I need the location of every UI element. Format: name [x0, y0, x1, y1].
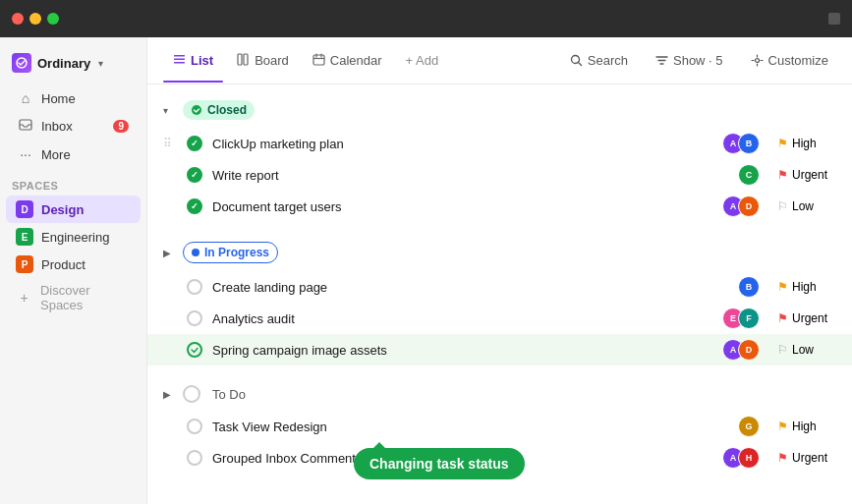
avatar: C [738, 164, 760, 186]
task-row[interactable]: Document target users A D ⚐ Low [147, 191, 852, 222]
task-avatars: G [738, 416, 760, 437]
window-icon [828, 13, 840, 25]
task-checkbox[interactable] [187, 279, 202, 295]
search-label: Search [588, 53, 628, 68]
sidebar-item-product[interactable]: P Product [6, 251, 141, 278]
task-checkbox[interactable] [187, 198, 202, 214]
task-checkbox[interactable] [187, 167, 202, 183]
task-avatars: A D [722, 339, 760, 361]
flag-icon: ⚑ [777, 451, 788, 465]
flag-icon: ⚐ [777, 343, 788, 357]
task-row[interactable]: ⠿ ClickUp marketing plan A B ⚑ High [147, 128, 852, 159]
task-row[interactable]: Write report C ⚑ Urgent [147, 159, 852, 191]
task-name: Spring campaign image assets [212, 343, 712, 358]
tab-list-label: List [191, 53, 213, 68]
sidebar-item-more[interactable]: ··· More [6, 140, 141, 168]
customize-button[interactable]: Customize [743, 49, 836, 72]
in-progress-chevron-icon: ▶ [163, 248, 175, 258]
task-checkbox[interactable] [187, 136, 202, 151]
title-bar [0, 0, 852, 37]
inbox-badge: 9 [113, 120, 129, 133]
svg-rect-5 [238, 54, 242, 65]
group-header-closed[interactable]: ▾ Closed [147, 92, 852, 128]
engineering-space-icon: E [16, 228, 33, 246]
flag-icon: ⚑ [777, 311, 788, 325]
task-name: Create landing page [212, 280, 728, 295]
sidebar-nav: ⌂ Home Inbox 9 ··· More [0, 84, 146, 168]
task-name: ClickUp marketing plan [212, 137, 712, 151]
task-name: Write report [212, 168, 728, 183]
workspace-chevron-icon: ▾ [98, 58, 103, 69]
show-button[interactable]: Show · 5 [648, 49, 731, 72]
minimize-button[interactable] [29, 13, 41, 25]
task-checkbox[interactable] [187, 450, 202, 466]
svg-rect-4 [174, 62, 185, 64]
priority-flag: ⚑ Urgent [777, 311, 836, 325]
search-button[interactable]: Search [562, 49, 636, 72]
todo-status-label: To Do [212, 387, 246, 402]
tab-calendar[interactable]: Calendar [303, 47, 392, 75]
task-checkbox[interactable] [187, 342, 202, 358]
priority-label: Low [792, 343, 814, 357]
fullscreen-button[interactable] [47, 13, 59, 25]
sidebar-item-inbox[interactable]: Inbox 9 [6, 112, 141, 140]
task-checkbox[interactable] [187, 419, 202, 434]
add-tab-button[interactable]: + Add [396, 47, 449, 74]
search-icon [570, 54, 583, 67]
main-layout: Ordinary ▾ ⌂ Home Inbox 9 ··· [0, 37, 852, 504]
task-avatars: A H [722, 447, 760, 469]
toolbar-tabs: List Board [163, 47, 448, 75]
workspace-selector[interactable]: Ordinary ▾ [0, 45, 146, 81]
svg-point-8 [571, 56, 579, 64]
svg-rect-6 [244, 54, 248, 65]
avatar: B [738, 133, 760, 154]
todo-status-circle [183, 385, 200, 403]
task-checkbox[interactable] [187, 310, 202, 326]
tab-calendar-label: Calendar [330, 53, 382, 68]
tab-list[interactable]: List [163, 47, 223, 75]
toolbar-actions: Search Show · 5 Customize [562, 49, 836, 72]
task-row[interactable]: Spring campaign image assets A D ⚐ Low [147, 334, 852, 365]
priority-flag: ⚐ Low [777, 199, 836, 213]
tab-board[interactable]: Board [227, 47, 299, 75]
avatar: H [738, 447, 760, 469]
more-icon: ··· [18, 146, 33, 162]
task-avatars: A D [722, 196, 760, 217]
sidebar-item-home[interactable]: ⌂ Home [6, 84, 141, 112]
workspace-name: Ordinary [37, 56, 90, 71]
check-circle-icon [191, 104, 202, 116]
todo-chevron-icon: ▶ [163, 389, 175, 400]
svg-rect-7 [313, 55, 324, 65]
task-row[interactable]: Analytics audit E F ⚑ Urgent [147, 303, 852, 334]
discover-spaces-button[interactable]: + Discover Spaces [6, 278, 141, 317]
plus-icon: + [16, 289, 32, 307]
task-name: Task View Redesign [212, 420, 728, 434]
board-icon [237, 53, 250, 69]
task-row[interactable]: Task View Redesign G ⚑ High [147, 411, 852, 442]
add-tab-label: + Add [406, 53, 439, 68]
flag-icon: ⚑ [777, 420, 788, 433]
priority-label: Urgent [792, 451, 827, 465]
status-badge-in-progress: In Progress [183, 242, 278, 263]
group-header-todo[interactable]: ▶ To Do [147, 377, 852, 411]
engineering-space-label: Engineering [41, 230, 109, 245]
sidebar-item-inbox-label: Inbox [41, 119, 73, 134]
customize-label: Customize [768, 53, 828, 68]
flag-icon: ⚑ [777, 137, 788, 150]
group-header-in-progress[interactable]: ▶ In Progress [147, 234, 852, 271]
tab-board-label: Board [255, 53, 289, 68]
task-row[interactable]: Grouped Inbox Comments A H ⚑ Urgent [147, 442, 852, 474]
in-progress-status-label: In Progress [204, 246, 269, 259]
task-avatars: E F [722, 308, 760, 329]
content-area: List Board [147, 37, 852, 504]
design-space-label: Design [41, 202, 84, 217]
product-space-label: Product [41, 257, 85, 272]
priority-flag: ⚐ Low [777, 343, 836, 357]
sidebar-item-engineering[interactable]: E Engineering [6, 223, 141, 251]
task-row[interactable]: Create landing page B ⚑ High [147, 271, 852, 303]
traffic-lights [12, 13, 59, 25]
close-button[interactable] [12, 13, 24, 25]
sidebar-item-design[interactable]: D Design [6, 196, 141, 223]
priority-flag: ⚑ Urgent [777, 451, 836, 465]
closed-status-label: Closed [207, 103, 247, 117]
